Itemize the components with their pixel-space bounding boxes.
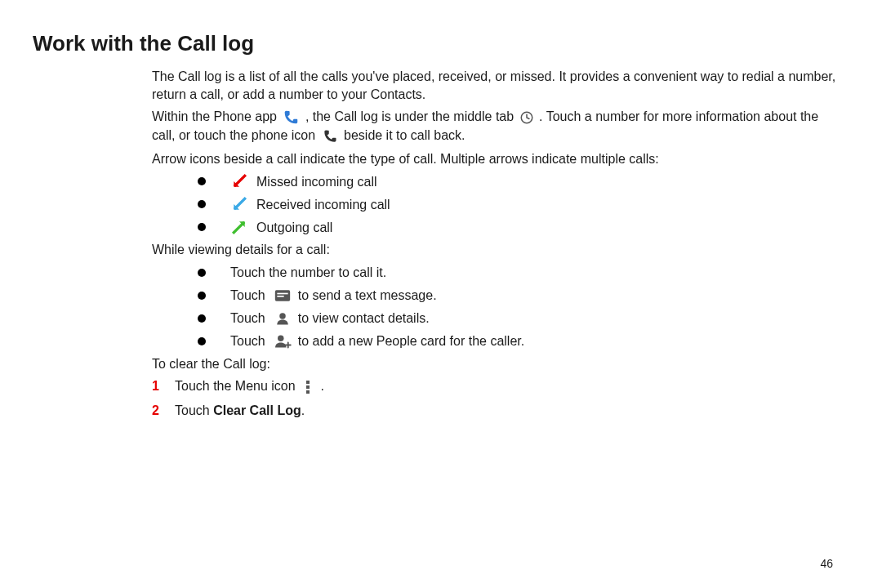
detail-row: Touch to view contact details. — [198, 310, 836, 327]
phone-handset-icon — [321, 127, 339, 145]
intro-paragraph-2: Within the Phone app , the Call log is u… — [152, 108, 836, 145]
call-type-row: Missed incoming call — [198, 172, 836, 190]
detail-text: Touch to add a new People card for the c… — [230, 332, 524, 350]
detail-text-b: to add a new People card for the caller. — [298, 332, 525, 350]
step-row: 2 Touch Clear Call Log. — [152, 402, 836, 420]
svg-rect-3 — [277, 296, 283, 297]
step2-text-a: Touch — [175, 403, 213, 417]
detail-row: Touch the number to call it. — [198, 264, 836, 282]
svg-rect-8 — [306, 390, 310, 394]
svg-rect-2 — [277, 292, 287, 294]
step-number: 2 — [152, 402, 175, 420]
call-type-label: Outgoing call — [256, 219, 332, 237]
arrow-missed-icon — [230, 172, 248, 190]
detail-text-a: Touch — [230, 332, 265, 350]
arrow-received-icon — [230, 195, 248, 213]
contact-add-icon — [274, 332, 292, 350]
step-text: Touch Clear Call Log. — [175, 402, 305, 420]
p2-text-b: , the Call log is under the middle tab — [301, 109, 517, 123]
svg-rect-6 — [306, 381, 310, 384]
detail-row: Touch to send a text message. — [198, 287, 836, 305]
bullet-icon — [198, 314, 206, 323]
bullet-icon — [198, 292, 206, 300]
menu-overflow-icon — [301, 380, 315, 394]
bullet-icon — [198, 177, 206, 185]
step1-text-b: . — [317, 379, 324, 393]
bullet-icon — [198, 200, 206, 208]
clear-call-log-label: Clear Call Log — [213, 403, 301, 417]
call-type-row: Outgoing call — [198, 218, 836, 236]
clear-lead: To clear the Call log: — [152, 355, 836, 373]
bullet-icon — [198, 223, 206, 231]
arrow-outgoing-icon — [230, 218, 248, 236]
p2-text-d: beside it to call back. — [341, 128, 466, 142]
body-block: The Call log is a list of all the calls … — [152, 68, 836, 419]
contact-icon — [274, 310, 292, 327]
page: Work with the Call log The Call log is a… — [0, 0, 882, 588]
step2-text-b: . — [301, 403, 305, 417]
call-type-row: Received incoming call — [198, 195, 836, 213]
clock-tab-icon — [519, 110, 534, 125]
p2-text-a: Within the Phone app — [152, 109, 280, 123]
step-number: 1 — [152, 377, 175, 395]
call-type-label: Missed incoming call — [256, 173, 377, 191]
detail-text: Touch the number to call it. — [230, 264, 386, 282]
detail-text: Touch to view contact details. — [230, 310, 430, 327]
detail-text-a: Touch — [230, 310, 265, 327]
detail-text-a: Touch — [230, 287, 265, 305]
detail-text-b: to view contact details. — [298, 310, 430, 327]
page-title: Work with the Call log — [33, 31, 836, 56]
step-row: 1 Touch the Menu icon . — [152, 377, 836, 395]
svg-rect-7 — [306, 385, 310, 389]
detail-row: Touch to add a new People card for the c… — [198, 332, 836, 350]
call-type-label: Received incoming call — [256, 196, 390, 214]
bullet-icon — [198, 269, 206, 277]
message-icon — [274, 287, 292, 305]
svg-point-4 — [279, 313, 286, 319]
bullet-icon — [198, 337, 206, 345]
intro-paragraph-1: The Call log is a list of all the calls … — [152, 68, 836, 103]
detail-text-b: to send a text message. — [298, 287, 437, 305]
details-lead: While viewing details for a call: — [152, 241, 836, 259]
page-number: 46 — [820, 557, 833, 570]
step-text: Touch the Menu icon . — [175, 377, 324, 395]
phone-app-icon — [282, 109, 300, 127]
step1-text-a: Touch the Menu icon — [175, 379, 299, 393]
detail-text: Touch to send a text message. — [230, 287, 437, 305]
intro-paragraph-3: Arrow icons beside a call indicate the t… — [152, 150, 836, 168]
svg-point-5 — [278, 335, 284, 341]
